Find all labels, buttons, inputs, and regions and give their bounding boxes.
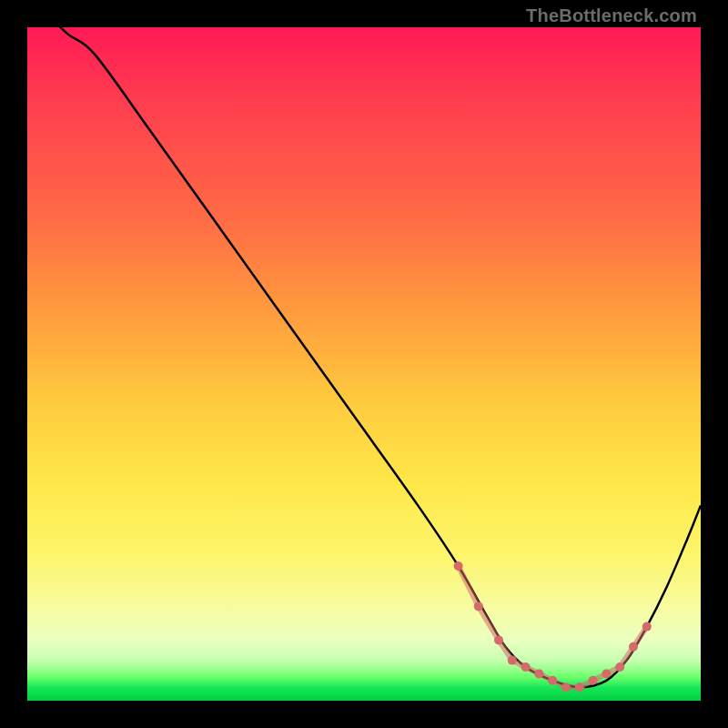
marker-dot xyxy=(508,656,517,665)
marker-dot xyxy=(642,622,652,632)
marker-dot xyxy=(561,682,571,692)
marker-dot xyxy=(629,642,638,652)
chart-svg xyxy=(27,27,701,701)
marker-dot xyxy=(454,561,463,571)
marker-dot xyxy=(602,669,611,678)
marker-dot xyxy=(521,662,531,672)
watermark-text: TheBottleneck.com xyxy=(526,5,697,26)
marker-connector xyxy=(479,606,499,640)
marker-dot xyxy=(494,635,503,644)
marker-dot xyxy=(548,676,557,685)
marker-connector xyxy=(459,566,479,606)
marker-dot xyxy=(575,682,584,692)
marker-dot xyxy=(589,676,598,685)
marker-dot xyxy=(534,669,543,678)
marker-dot xyxy=(474,602,483,611)
chart-area xyxy=(27,27,701,701)
bottleneck-curve xyxy=(27,27,701,687)
marker-dot xyxy=(615,662,624,672)
